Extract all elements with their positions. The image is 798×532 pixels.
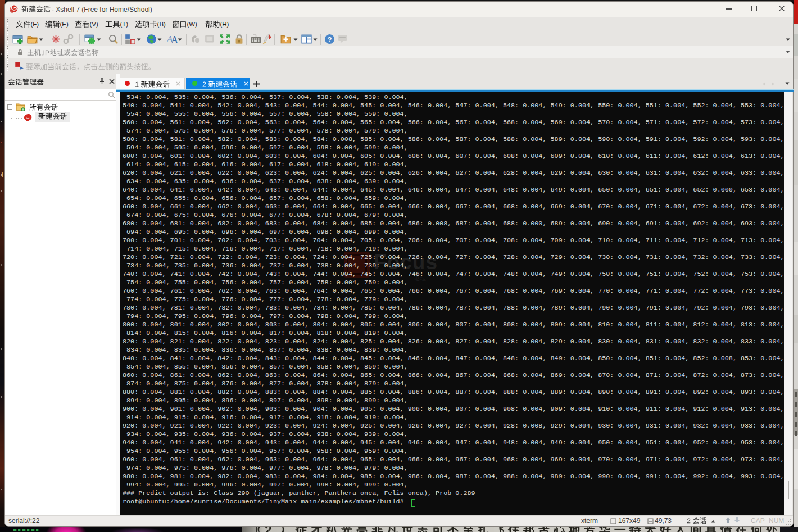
svg-text:A: A xyxy=(171,34,178,44)
svg-text:?: ? xyxy=(327,35,332,44)
